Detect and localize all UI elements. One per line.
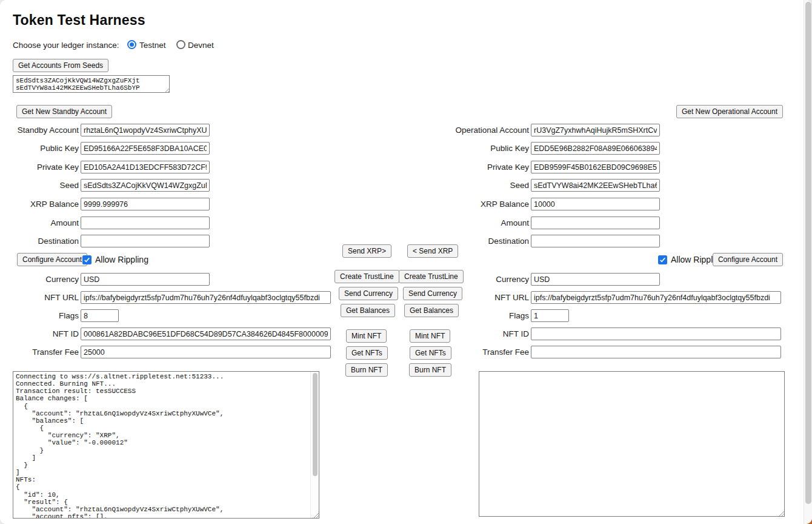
standby-xrp-balance-label: XRP Balance (0, 198, 79, 210)
testnet-radio-label[interactable]: Testnet (139, 39, 166, 52)
devnet-radio-label[interactable]: Devnet (188, 39, 214, 52)
standby-flags-label: Flags (0, 309, 79, 322)
standby-destination-label: Destination (0, 235, 79, 247)
page-title: Token Test Harness (13, 12, 145, 29)
standby-seed-label: Seed (0, 179, 79, 192)
standby-private-key-input[interactable] (81, 161, 210, 173)
standby-transfer-fee-input[interactable] (81, 346, 331, 358)
standby-amount-input[interactable] (81, 217, 210, 229)
seeds-textarea[interactable]: sEdSdts3ZACojKkVQW14WZgxgZuFXjt sEdTVYW8… (13, 75, 170, 93)
operational-public-key-input[interactable] (531, 142, 660, 155)
standby-transfer-fee-label: Transfer Fee (0, 346, 79, 358)
devnet-radio[interactable] (176, 40, 185, 49)
standby-nft-id-label: NFT ID (0, 328, 79, 340)
standby-nft-url-input[interactable] (81, 291, 331, 304)
operational-account-input[interactable] (531, 124, 660, 136)
get-accounts-from-seeds-button[interactable]: Get Accounts From Seeds (13, 59, 108, 72)
standby-burn-nft-button[interactable]: Burn NFT (345, 363, 388, 377)
standby-amount-label: Amount (0, 217, 79, 229)
standby-results-textarea[interactable]: Connecting to wss://s.altnet.rippletest.… (13, 371, 319, 519)
operational-nft-url-input[interactable] (531, 291, 781, 304)
operational-flags-label: Flags (432, 309, 529, 322)
operational-currency-label: Currency (432, 273, 529, 286)
operational-amount-input[interactable] (531, 217, 660, 229)
operational-configure-account-button[interactable]: Configure Account (713, 253, 783, 266)
operational-destination-label: Destination (432, 235, 529, 247)
standby-create-trustline-button[interactable]: Create TrustLine (334, 270, 399, 283)
standby-get-nfts-button[interactable]: Get NFTs (346, 346, 388, 360)
operational-burn-nft-button[interactable]: Burn NFT (409, 363, 451, 377)
page-scrollbar-track[interactable] (804, 0, 812, 524)
standby-results-scrollbar-thumb[interactable] (313, 373, 318, 476)
standby-seed-input[interactable] (81, 179, 210, 192)
token-test-harness-page: Token Test Harness Choose your ledger in… (0, 0, 812, 524)
operational-amount-label: Amount (432, 217, 529, 229)
standby-public-key-label: Public Key (0, 142, 79, 155)
page-scrollbar-thumb[interactable] (805, 2, 811, 504)
standby-allow-rippling-checkbox[interactable] (82, 255, 92, 264)
checkmark-icon (84, 257, 90, 263)
send-xrp-to-operational-button[interactable]: Send XRP> (342, 244, 391, 258)
standby-public-key-input[interactable] (81, 142, 210, 155)
operational-allow-rippling-checkbox[interactable] (658, 255, 667, 264)
operational-transfer-fee-label: Transfer Fee (432, 346, 529, 358)
operational-nft-url-label: NFT URL (432, 291, 529, 304)
standby-mint-nft-button[interactable]: Mint NFT (346, 329, 387, 343)
operational-nft-id-input[interactable] (531, 328, 781, 340)
standby-allow-rippling-label[interactable]: Allow Rippling (95, 255, 148, 264)
operational-private-key-input[interactable] (531, 161, 660, 173)
operational-transfer-fee-input[interactable] (531, 346, 781, 358)
ledger-instance-label: Choose your ledger instance: (13, 39, 119, 52)
operational-seed-input[interactable] (531, 179, 660, 192)
standby-results-scrollbar-track[interactable] (310, 372, 319, 518)
operational-account-label: Operational Account (432, 124, 529, 136)
standby-account-input[interactable] (81, 124, 210, 136)
standby-configure-account-button[interactable]: Configure Account (17, 253, 87, 266)
standby-account-label: Standby Account (0, 124, 79, 136)
standby-currency-input[interactable] (81, 273, 210, 286)
standby-currency-label: Currency (0, 273, 79, 286)
standby-get-balances-button[interactable]: Get Balances (341, 304, 395, 317)
standby-destination-input[interactable] (81, 235, 210, 247)
operational-results-textarea[interactable] (479, 371, 785, 517)
operational-xrp-balance-label: XRP Balance (432, 198, 529, 210)
operational-nft-id-label: NFT ID (432, 328, 529, 340)
standby-private-key-label: Private Key (0, 161, 79, 173)
standby-nft-id-input[interactable] (81, 328, 331, 340)
operational-seed-label: Seed (432, 179, 529, 192)
get-new-standby-account-button[interactable]: Get New Standby Account (16, 105, 112, 118)
standby-send-currency-button[interactable]: Send Currency (339, 287, 398, 300)
standby-flags-input[interactable] (81, 309, 119, 322)
checkmark-icon (659, 257, 666, 263)
operational-public-key-label: Public Key (432, 142, 529, 155)
operational-flags-input[interactable] (531, 309, 569, 322)
operational-currency-input[interactable] (531, 273, 660, 286)
standby-xrp-balance-input[interactable] (81, 198, 210, 210)
operational-private-key-label: Private Key (432, 161, 529, 173)
operational-destination-input[interactable] (531, 235, 660, 247)
operational-xrp-balance-input[interactable] (531, 198, 660, 210)
testnet-radio[interactable] (127, 40, 136, 49)
standby-nft-url-label: NFT URL (0, 291, 79, 304)
get-new-operational-account-button[interactable]: Get New Operational Account (676, 105, 783, 118)
